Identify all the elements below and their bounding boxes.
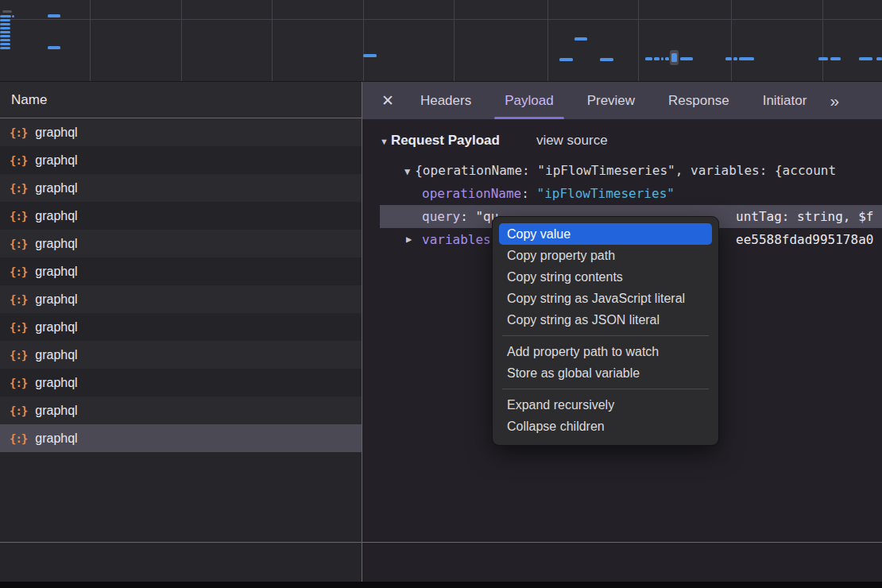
waterfall-bar[interactable] [859, 57, 872, 60]
waterfall-bar[interactable] [12, 15, 14, 17]
waterfall-gridline [90, 0, 91, 81]
waterfall-bar[interactable] [0, 31, 10, 33]
request-row[interactable]: {:}graphql [0, 369, 362, 397]
request-row[interactable]: {:}graphql [0, 397, 362, 424]
tree-row[interactable]: operationName: "ipFlowTimeseries" [380, 182, 882, 205]
request-name: graphql [35, 292, 77, 307]
waterfall-bar[interactable] [2, 10, 12, 13]
menu-item-copy-property-path[interactable]: Copy property path [493, 245, 718, 266]
waterfall-bar[interactable] [0, 43, 10, 45]
waterfall-bar[interactable] [559, 58, 573, 61]
json-braces-icon: {:} [10, 377, 27, 389]
request-name: graphql [35, 237, 77, 251]
tree-token: "ipFlowTimeseries" [537, 186, 675, 201]
waterfall-bar[interactable] [818, 57, 828, 60]
tab-payload[interactable]: Payload [488, 82, 570, 119]
json-braces-icon: {:} [10, 265, 27, 278]
detail-tabs: HeadersPayloadPreviewResponseInitiator [404, 82, 823, 119]
menu-item-copy-string-as-json-literal[interactable]: Copy string as JSON literal [493, 309, 718, 331]
waterfall-overview[interactable] [0, 0, 882, 82]
view-source-link[interactable]: view source [536, 133, 608, 149]
waterfall-gridline [454, 0, 455, 81]
expand-triangle-icon[interactable]: ▶ [406, 228, 412, 251]
json-braces-icon: {:} [10, 321, 27, 334]
tree-root-row[interactable]: ▼{operationName: "ipFlowTimeseries", var… [380, 159, 882, 182]
waterfall-bar[interactable] [0, 19, 10, 21]
menu-separator [502, 335, 709, 336]
tree-token: {operationName: "ipFlowTimeseries", vari… [415, 163, 836, 178]
waterfall-bar[interactable] [0, 47, 10, 49]
json-braces-icon: {:} [10, 404, 27, 417]
request-row[interactable]: {:}graphql [0, 118, 362, 146]
json-braces-icon: {:} [10, 210, 27, 222]
menu-item-copy-value[interactable]: Copy value [499, 223, 712, 245]
menu-item-expand-recursively[interactable]: Expand recursively [493, 394, 718, 416]
json-braces-icon: {:} [10, 154, 27, 167]
waterfall-bar[interactable] [0, 39, 10, 41]
tree-token: : [460, 209, 475, 224]
footer-separator [0, 542, 882, 543]
waterfall-bar[interactable] [48, 14, 60, 17]
request-row[interactable]: {:}graphql [0, 257, 362, 285]
waterfall-bar[interactable] [680, 57, 693, 60]
waterfall-bar[interactable] [645, 57, 652, 60]
waterfall-bar[interactable] [661, 57, 663, 60]
request-row[interactable]: {:}graphql [0, 285, 362, 313]
request-row[interactable]: {:}graphql [0, 230, 362, 257]
request-name: graphql [35, 209, 77, 223]
waterfall-gridline [638, 0, 639, 81]
waterfall-bar[interactable] [725, 57, 732, 60]
request-row[interactable]: {:}graphql [0, 313, 362, 341]
context-menu: Copy valueCopy property pathCopy string … [493, 217, 718, 445]
json-braces-icon: {:} [10, 349, 27, 362]
request-row[interactable]: {:}graphql [0, 424, 362, 452]
json-braces-icon: {:} [10, 126, 27, 139]
waterfall-bar[interactable] [48, 46, 60, 49]
menu-item-add-property-path-to-watch[interactable]: Add property path to watch [493, 341, 718, 362]
tree-right-fragment: ee5588fdad995178a0 [736, 228, 873, 251]
menu-item-copy-string-contents[interactable]: Copy string contents [493, 266, 718, 288]
request-name: graphql [35, 153, 77, 168]
request-row[interactable]: {:}graphql [0, 202, 362, 230]
more-tabs-chevron-icon[interactable]: » [830, 91, 838, 110]
name-column-label: Name [11, 92, 47, 108]
tab-headers[interactable]: Headers [404, 82, 488, 119]
request-row[interactable]: {:}graphql [0, 174, 362, 202]
waterfall-bar[interactable] [363, 54, 377, 57]
waterfall-bar[interactable] [0, 23, 10, 25]
tab-response[interactable]: Response [652, 82, 746, 119]
close-icon[interactable]: ✕ [372, 91, 404, 110]
waterfall-bar[interactable] [733, 57, 737, 60]
waterfall-bar[interactable] [574, 37, 587, 41]
request-row[interactable]: {:}graphql [0, 146, 362, 174]
menu-item-copy-string-as-javascript-literal[interactable]: Copy string as JavaScript literal [493, 288, 718, 309]
tab-initiator[interactable]: Initiator [746, 82, 824, 119]
waterfall-gridline [363, 0, 364, 81]
name-column-header[interactable]: Name [0, 82, 362, 118]
collapse-triangle-icon[interactable]: ▼ [380, 137, 389, 146]
waterfall-bar[interactable] [830, 57, 841, 60]
tree-token: operationName [422, 186, 521, 201]
waterfall-bar[interactable] [0, 27, 10, 29]
request-row[interactable]: {:}graphql [0, 341, 362, 369]
waterfall-gridline [822, 0, 823, 81]
waterfall-bar[interactable] [739, 57, 754, 60]
waterfall-bar[interactable] [654, 57, 660, 60]
waterfall-bar[interactable] [876, 57, 882, 60]
tab-preview[interactable]: Preview [571, 82, 652, 119]
request-name: graphql [35, 320, 77, 335]
waterfall-bar[interactable] [671, 53, 677, 62]
json-braces-icon: {:} [10, 182, 27, 195]
json-braces-icon: {:} [10, 238, 27, 250]
request-name: graphql [35, 431, 77, 446]
menu-item-collapse-children[interactable]: Collapse children [493, 416, 718, 437]
waterfall-bar[interactable] [0, 15, 11, 17]
request-name: graphql [35, 181, 77, 195]
waterfall-bar[interactable] [665, 57, 669, 60]
waterfall-bar[interactable] [0, 35, 10, 37]
menu-item-store-as-global-variable[interactable]: Store as global variable [493, 362, 718, 384]
expand-triangle-icon[interactable]: ▼ [404, 166, 410, 177]
request-name: graphql [35, 348, 77, 362]
waterfall-bar[interactable] [600, 58, 613, 61]
tree-token: query [422, 209, 460, 224]
